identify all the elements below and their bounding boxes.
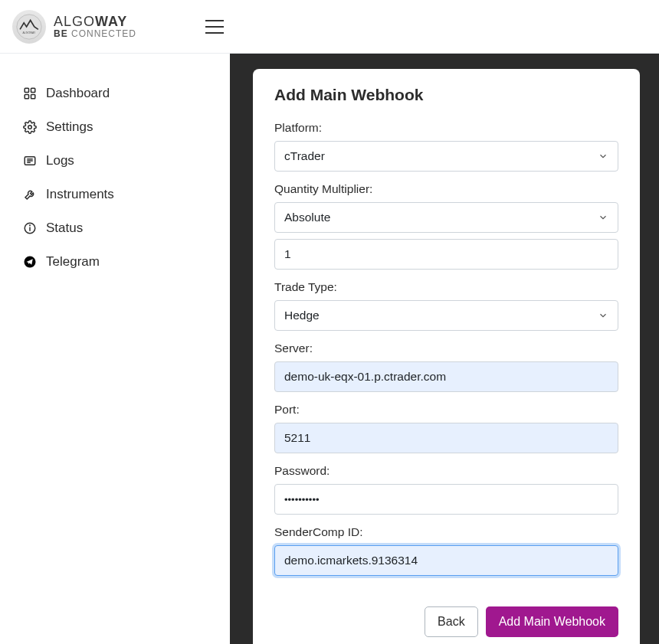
trade-type-value: Hedge [284,309,320,322]
back-button[interactable]: Back [425,606,478,637]
group-qty-multiplier: Quantity Multiplier: Absolute 1 [274,182,618,270]
sidebar-item-dashboard[interactable]: Dashboard [23,77,222,110]
telegram-icon [23,255,37,269]
svg-text:ALGOWAY: ALGOWAY [23,31,37,34]
label-sendercomp: SenderComp ID: [274,525,618,539]
sidebar-item-label: Logs [46,153,74,168]
add-main-webhook-button[interactable]: Add Main Webhook [486,606,618,637]
gear-icon [23,120,37,134]
sidebar-item-settings[interactable]: Settings [23,110,222,144]
label-port: Port: [274,403,618,417]
qty-multiplier-value: 1 [284,247,291,261]
svg-rect-5 [31,95,35,99]
label-platform: Platform: [274,121,618,135]
sidebar-item-label: Dashboard [46,86,110,101]
server-value: demo-uk-eqx-01.p.ctrader.com [284,370,446,384]
group-platform: Platform: cTrader [274,121,618,172]
sidebar-item-label: Telegram [46,254,100,270]
sidebar-item-status[interactable]: Status [23,211,222,245]
sidebar-item-instruments[interactable]: Instruments [23,178,222,211]
main-content: Add Main Webhook Platform: cTrader Quant… [230,54,659,644]
logo-circle: ALGOWAY [12,10,46,44]
chevron-down-icon [598,212,608,223]
password-input[interactable]: •••••••••• [274,484,618,515]
chevron-down-icon [598,310,608,321]
logo-icon: ALGOWAY [16,14,42,40]
svg-rect-2 [25,88,28,92]
brand-top-line: ALGOWAY [54,14,136,30]
group-trade-type: Trade Type: Hedge [274,280,618,331]
group-port: Port: 5211 [274,403,618,453]
sidebar-item-label: Status [46,221,83,236]
brand-bottom-line: BE CONNECTED [54,28,136,39]
qty-multiplier-mode-value: Absolute [284,211,330,224]
brand-bold: WAY [95,14,127,29]
group-password: Password: •••••••••• [274,464,618,515]
brand-light: ALGO [54,14,95,29]
server-input[interactable]: demo-uk-eqx-01.p.ctrader.com [274,361,618,392]
hamburger-menu-icon[interactable] [205,20,224,34]
sidebar-item-telegram[interactable]: Telegram [23,245,222,279]
label-server: Server: [274,342,618,355]
port-value: 5211 [284,431,310,445]
sendercomp-input[interactable]: demo.icmarkets.9136314 [274,545,618,576]
qty-multiplier-mode-select[interactable]: Absolute [274,202,618,233]
brand-bottom-light: CONNECTED [68,28,136,39]
logs-icon [23,154,37,168]
password-mask: •••••••••• [284,494,320,505]
svg-rect-3 [31,88,35,92]
trade-type-select[interactable]: Hedge [274,300,618,331]
label-qty-multiplier: Quantity Multiplier: [274,182,618,196]
svg-rect-4 [25,95,28,99]
svg-point-0 [17,14,41,38]
group-sendercomp: SenderComp ID: demo.icmarkets.9136314 [274,525,618,576]
label-trade-type: Trade Type: [274,280,618,294]
label-password: Password: [274,464,618,478]
svg-point-13 [30,225,31,226]
chevron-down-icon [598,151,608,162]
card-footer: Back Add Main Webhook [274,606,618,637]
sidebar-item-label: Settings [46,119,93,135]
svg-point-6 [28,126,32,129]
brand-text: ALGOWAY BE CONNECTED [54,14,136,39]
sendercomp-value: demo.icmarkets.9136314 [284,554,418,567]
port-input[interactable]: 5211 [274,423,618,453]
info-icon [23,221,37,235]
form-card: Add Main Webhook Platform: cTrader Quant… [253,69,640,644]
platform-select-value: cTrader [284,149,325,163]
sidebar-item-logs[interactable]: Logs [23,144,222,178]
sidebar-item-label: Instruments [46,187,114,202]
dashboard-icon [23,87,37,100]
platform-select[interactable]: cTrader [274,141,618,172]
sidebar: Dashboard Settings Logs [0,54,230,644]
header: ALGOWAY ALGOWAY BE CONNECTED [0,0,659,54]
card-title: Add Main Webhook [274,86,618,104]
wrench-icon [23,188,37,201]
qty-multiplier-value-input[interactable]: 1 [274,239,618,270]
group-server: Server: demo-uk-eqx-01.p.ctrader.com [274,342,618,392]
brand-bottom-bold: BE [54,28,68,39]
